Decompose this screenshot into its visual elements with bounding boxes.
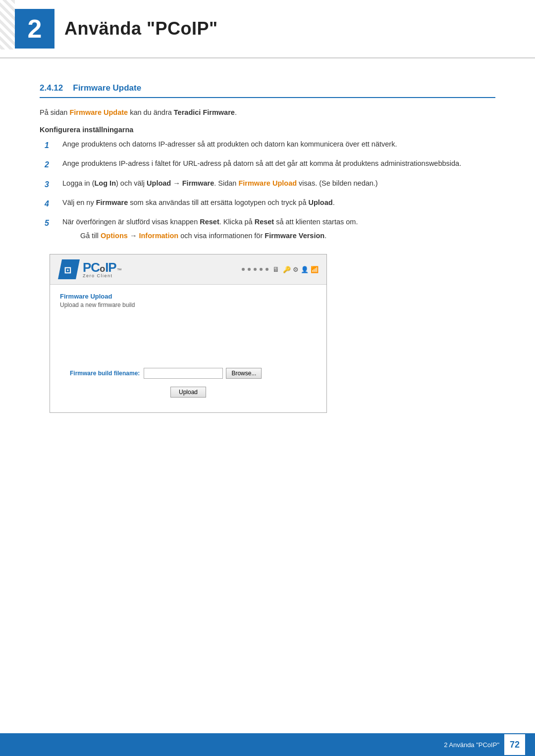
- step5-information: Information: [139, 232, 178, 240]
- intro-text-pre: På sidan: [40, 108, 67, 116]
- screenshot-container: ⊡ PC o IP ™ Zero Client: [50, 254, 327, 413]
- intro-bold: Teradici Firmware: [174, 108, 235, 116]
- toolbar-dot-4: [260, 268, 263, 271]
- bottom-spacer: [60, 398, 317, 403]
- pcoip-bar: ⊡ PC o IP ™ Zero Client: [50, 254, 326, 285]
- firmware-filename-input[interactable]: [144, 368, 223, 379]
- toolbar-dot-1: [242, 268, 245, 271]
- firmware-panel-title: Firmware Upload: [60, 293, 317, 300]
- pcoip-logo-icon: ⊡: [58, 259, 80, 279]
- intro-period: .: [235, 108, 237, 116]
- chapter-number-box: 2: [15, 9, 54, 49]
- toolbar-icons: 🖥 🔑 ⚙ 👤 📶: [241, 265, 319, 273]
- toolbar-dot-3: [254, 268, 257, 271]
- pcoip-logo-tm: ™: [117, 268, 122, 273]
- firmware-form-label: Firmware build filename:: [70, 370, 140, 377]
- list-item: 1 Ange produktens och datorns IP-adresse…: [45, 139, 495, 152]
- svg-text:⊡: ⊡: [64, 265, 71, 275]
- footer-page-number: 72: [504, 734, 525, 755]
- step-number-4: 4: [45, 197, 58, 210]
- step5-options: Options: [101, 232, 128, 240]
- footer-text: 2 Använda "PCoIP": [444, 741, 499, 749]
- pcoip-logo: ⊡ PC o IP ™ Zero Client: [58, 259, 122, 279]
- step4-firmware: Firmware: [96, 199, 128, 206]
- step-text-4: Välj en ny Firmware som ska användas til…: [62, 197, 495, 209]
- configure-label: Konfigurera inställningarna: [40, 126, 495, 134]
- step-number-5: 5: [45, 216, 58, 230]
- toolbar-dot-2: [248, 268, 251, 271]
- step5-firmware-version: Firmware Version: [265, 232, 324, 240]
- toolbar-icon-settings: ⚙: [293, 266, 299, 273]
- step-number-1: 1: [45, 139, 58, 152]
- list-item: 2 Ange produktens IP-adress i fältet för…: [45, 158, 495, 171]
- browse-button[interactable]: Browse...: [226, 368, 262, 379]
- step5-reset1: Reset: [200, 218, 219, 226]
- stripe-decoration: [0, 0, 15, 50]
- steps-list: 1 Ange produktens och datorns IP-adresse…: [45, 139, 495, 242]
- pcoip-logo-circle: o: [100, 264, 105, 273]
- upload-button[interactable]: Upload: [170, 387, 206, 398]
- toolbar-icon-wifi: 📶: [311, 266, 319, 273]
- firmware-panel-subtitle: Upload a new firmware build: [60, 302, 317, 308]
- section-heading: 2.4.12 Firmware Update: [40, 83, 495, 98]
- toolbar-icon-person: 👤: [301, 266, 309, 273]
- firmware-panel: Firmware Upload Upload a new firmware bu…: [50, 285, 326, 412]
- list-item: 3 Logga in (Log In) och välj Upload → Fi…: [45, 178, 495, 191]
- step3-firmware-upload: Firmware Upload: [238, 179, 297, 187]
- upload-button-row: Upload: [60, 387, 317, 398]
- list-item: 4 Välj en ny Firmware som ska användas t…: [45, 197, 495, 210]
- pcoip-logo-text2: IP: [105, 261, 116, 274]
- toolbar-icon-monitor: 🖥: [272, 265, 279, 273]
- step3-upload: Upload: [147, 179, 171, 187]
- intro-highlight: Firmware Update: [69, 108, 128, 116]
- main-content: 2.4.12 Firmware Update På sidan Firmware…: [0, 58, 535, 453]
- step3-firmware: Firmware: [182, 179, 214, 187]
- section-number: 2.4.12: [40, 83, 63, 93]
- step-number-3: 3: [45, 178, 58, 191]
- step-text-5: När överföringen är slutförd visas knapp…: [62, 216, 495, 242]
- chapter-title: Använda "PCoIP": [64, 18, 218, 39]
- intro-paragraph: På sidan Firmware Update kan du ändra Te…: [40, 107, 495, 119]
- step-number-2: 2: [45, 158, 58, 171]
- firmware-spacer: [60, 323, 317, 348]
- step-text-2: Ange produktens IP-adress i fältet för U…: [62, 158, 495, 170]
- chapter-number: 2: [28, 14, 42, 44]
- step5-sub: Gå till Options → Information och visa i…: [80, 230, 495, 242]
- pcoip-logo-text: PC: [83, 261, 100, 274]
- toolbar-dot-5: [266, 268, 268, 271]
- chapter-header: 2 Använda "PCoIP": [0, 0, 535, 58]
- step-text-3: Logga in (Log In) och välj Upload → Firm…: [62, 178, 495, 190]
- step-text-1: Ange produktens och datorns IP-adresser …: [62, 139, 495, 151]
- intro-rest: kan du ändra: [128, 108, 172, 116]
- firmware-form-row: Firmware build filename: Browse...: [60, 368, 317, 379]
- step4-upload: Upload: [309, 199, 333, 206]
- list-item: 5 När överföringen är slutförd visas kna…: [45, 216, 495, 242]
- page-footer: 2 Använda "PCoIP" 72: [0, 733, 535, 756]
- pcoip-logo-subtitle: Zero Client: [83, 274, 113, 278]
- step5-reset2: Reset: [255, 218, 274, 226]
- step3-log-in: Log In: [95, 179, 116, 187]
- toolbar-icon-key: 🔑: [283, 266, 291, 273]
- section-title: Firmware Update: [73, 83, 141, 93]
